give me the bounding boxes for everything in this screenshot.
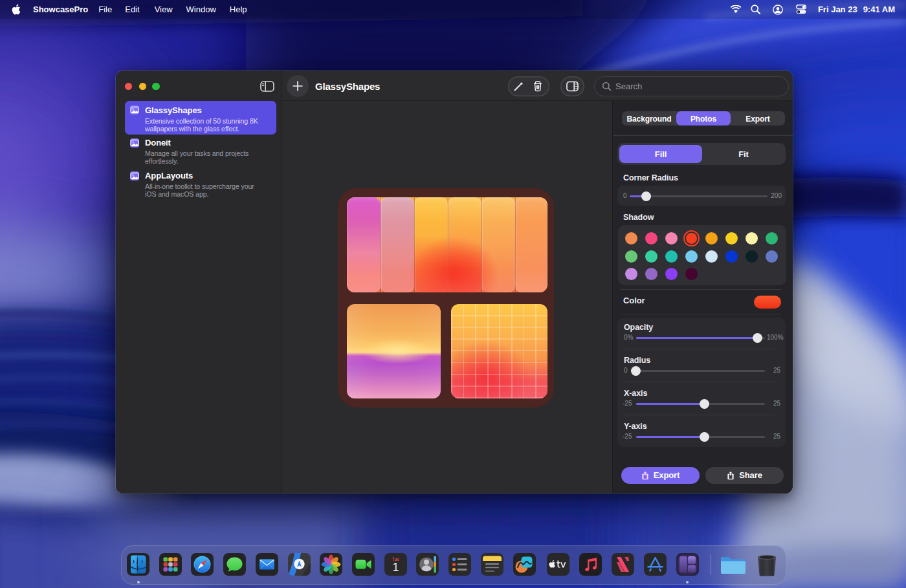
svg-text:1: 1 (392, 561, 399, 574)
